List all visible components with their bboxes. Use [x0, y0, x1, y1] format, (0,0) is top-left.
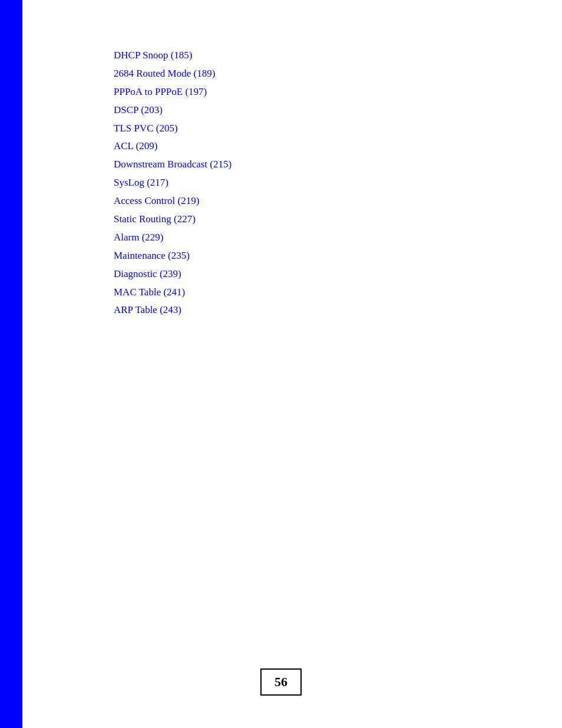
toc-item: TLS PVC (205) — [114, 120, 527, 137]
toc-item: Downstream Broadcast (215) — [114, 156, 527, 173]
left-bar — [0, 0, 22, 728]
toc-item: Static Routing (227) — [114, 211, 527, 228]
toc-link-3[interactable]: DSCP (203) — [114, 102, 163, 119]
toc-item: Access Control (219) — [114, 193, 527, 210]
toc-item: Alarm (229) — [114, 229, 527, 246]
toc-item: MAC Table (241) — [114, 284, 527, 301]
toc-link-8[interactable]: Access Control (219) — [114, 193, 199, 210]
content-area: DHCP Snoop (185)2684 Routed Mode (189)PP… — [22, 0, 562, 728]
toc-item: ARP Table (243) — [114, 302, 527, 319]
toc-link-14[interactable]: ARP Table (243) — [114, 302, 181, 319]
toc-item: PPPoA to PPPoE (197) — [114, 84, 527, 101]
toc-item: DSCP (203) — [114, 102, 527, 119]
toc-link-2[interactable]: PPPoA to PPPoE (197) — [114, 84, 207, 101]
toc-item: Maintenance (235) — [114, 248, 527, 265]
toc-item: SysLog (217) — [114, 174, 527, 192]
page-number: 56 — [260, 668, 302, 696]
toc-link-1[interactable]: 2684 Routed Mode (189) — [114, 65, 215, 83]
toc-link-9[interactable]: Static Routing (227) — [114, 211, 196, 228]
toc-item: ACL (209) — [114, 138, 527, 155]
toc-list: DHCP Snoop (185)2684 Routed Mode (189)PP… — [114, 47, 527, 319]
toc-link-4[interactable]: TLS PVC (205) — [114, 120, 178, 137]
toc-link-7[interactable]: SysLog (217) — [114, 174, 168, 192]
toc-link-0[interactable]: DHCP Snoop (185) — [114, 47, 193, 64]
toc-link-13[interactable]: MAC Table (241) — [114, 284, 185, 301]
toc-link-11[interactable]: Maintenance (235) — [114, 248, 190, 265]
toc-item: 2684 Routed Mode (189) — [114, 65, 527, 83]
toc-link-12[interactable]: Diagnostic (239) — [114, 266, 181, 283]
toc-item: DHCP Snoop (185) — [114, 47, 527, 64]
toc-link-10[interactable]: Alarm (229) — [114, 229, 164, 246]
toc-link-6[interactable]: Downstream Broadcast (215) — [114, 156, 232, 173]
toc-item: Diagnostic (239) — [114, 266, 527, 283]
toc-link-5[interactable]: ACL (209) — [114, 138, 157, 155]
